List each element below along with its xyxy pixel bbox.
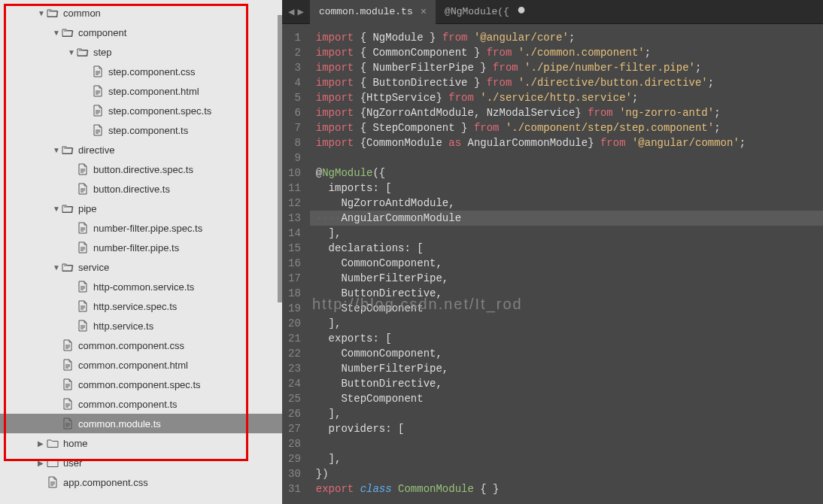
line-number: 5 <box>288 90 301 105</box>
code-line[interactable]: import { StepComponent } from './compone… <box>310 120 823 135</box>
code-line[interactable] <box>310 150 823 165</box>
tab-close-icon[interactable]: × <box>421 6 427 18</box>
tree-file-common.component.css[interactable]: common.component.css <box>0 335 282 355</box>
tree-file-number-filter.pipe.ts[interactable]: number-filter.pipe.ts <box>0 238 282 257</box>
tree-folder-directive[interactable]: ▼directive <box>0 140 282 159</box>
file-icon <box>62 417 74 430</box>
tab-dirty-indicator-icon[interactable]: ● <box>517 8 526 14</box>
editor-tab[interactable]: @NgModule({● <box>436 0 535 23</box>
chevron-down-icon[interactable]: ▼ <box>53 205 60 213</box>
tree-folder-component[interactable]: ▼component <box>0 23 282 42</box>
tree-file-step.component.css[interactable]: step.component.css <box>0 62 282 81</box>
tree-file-http.service.ts[interactable]: http.service.ts <box>0 316 282 335</box>
code-line[interactable]: declarations: [ <box>310 241 823 256</box>
chevron-down-icon[interactable]: ▼ <box>68 48 75 56</box>
tree-item-label: http.service.ts <box>93 320 153 332</box>
tree-file-step.component.ts[interactable]: step.component.ts <box>0 120 282 140</box>
line-number: 29 <box>288 451 301 466</box>
code-content[interactable]: import { NgModule } from '@angular/core'… <box>310 24 823 504</box>
tree-item-label: common.module.ts <box>78 418 161 430</box>
code-line[interactable]: import { NgModule } from '@angular/core'… <box>310 30 823 45</box>
tree-folder-step[interactable]: ▼step <box>0 42 282 62</box>
line-number: 17 <box>288 271 301 286</box>
chevron-right-icon[interactable]: ▶ <box>38 439 45 448</box>
code-line[interactable]: import { CommonComponent } from './commo… <box>310 45 823 60</box>
code-line[interactable]: ], <box>310 406 823 421</box>
tree-item-label: step.component.html <box>108 86 199 97</box>
folder-icon <box>77 47 89 57</box>
code-line[interactable]: CommonComponent, <box>310 256 823 271</box>
code-line[interactable]: NgZorroAntdModule, <box>310 196 823 211</box>
tree-item-label: component <box>78 27 126 38</box>
code-line[interactable]: @NgModule({ <box>310 165 823 181</box>
tree-file-number-filter.pipe.spec.ts[interactable]: number-filter.pipe.spec.ts <box>0 218 282 238</box>
code-line[interactable] <box>310 436 823 451</box>
tree-folder-home[interactable]: ▶home <box>0 433 282 453</box>
line-number: 27 <box>288 421 301 436</box>
folder-icon <box>47 457 59 468</box>
tree-file-http.service.spec.ts[interactable]: http.service.spec.ts <box>0 296 282 316</box>
code-line[interactable]: NumberFilterPipe, <box>310 361 823 376</box>
line-number: 4 <box>288 75 301 90</box>
tree-file-step.component.spec.ts[interactable]: step.component.spec.ts <box>0 101 282 120</box>
chevron-right-icon[interactable]: ▶ <box>38 459 45 467</box>
tree-item-label: home <box>63 438 88 449</box>
tree-folder-common[interactable]: ▼common <box>0 3 282 23</box>
nav-forward-icon[interactable]: ▶ <box>297 5 303 18</box>
code-line[interactable]: providers: [ <box>310 421 823 436</box>
code-line[interactable]: StepComponent <box>310 301 823 316</box>
tree-file-app.component.css[interactable]: app.component.css <box>0 472 282 492</box>
code-line[interactable]: import {NgZorroAntdModule, NzModalServic… <box>310 105 823 120</box>
tree-folder-user[interactable]: ▶user <box>0 453 282 472</box>
tree-item-label: common.component.ts <box>78 399 178 410</box>
code-line[interactable]: }) <box>310 466 823 481</box>
nav-back-icon[interactable]: ◀ <box>288 5 294 18</box>
tree-file-http-common.service.ts[interactable]: http-common.service.ts <box>0 277 282 296</box>
code-line[interactable]: ], <box>310 451 823 466</box>
file-icon <box>62 359 74 371</box>
code-line[interactable]: import {CommonModule as AngularCommonMod… <box>310 135 823 150</box>
code-line[interactable]: CommonComponent, <box>310 346 823 361</box>
tab-nav-arrows: ◀ ▶ <box>282 5 310 18</box>
tree-item-label: step.component.spec.ts <box>108 105 211 117</box>
line-number: 14 <box>288 226 301 241</box>
code-line[interactable]: NumberFilterPipe, <box>310 271 823 286</box>
tree-item-label: common <box>63 8 101 19</box>
code-line[interactable]: import {HttpService} from './service/htt… <box>310 90 823 105</box>
tree-folder-service[interactable]: ▼service <box>0 257 282 277</box>
tab-label: @NgModule({ <box>445 6 509 17</box>
file-icon <box>77 222 89 234</box>
tree-file-button.directive.spec.ts[interactable]: button.directive.spec.ts <box>0 159 282 179</box>
code-line[interactable]: ], <box>310 316 823 331</box>
line-number: 11 <box>288 181 301 196</box>
file-icon <box>77 163 89 175</box>
chevron-down-icon[interactable]: ▼ <box>53 146 60 154</box>
tree-item-label: pipe <box>78 203 97 214</box>
line-number: 3 <box>288 60 301 75</box>
editor-tab[interactable]: common.module.ts× <box>310 0 436 23</box>
tree-folder-pipe[interactable]: ▼pipe <box>0 199 282 218</box>
code-line[interactable]: ButtonDirective, <box>310 286 823 301</box>
code-line[interactable]: exports: [ <box>310 331 823 346</box>
code-line[interactable]: StepComponent <box>310 391 823 406</box>
code-line[interactable]: import { NumberFilterPipe } from './pipe… <box>310 60 823 75</box>
tree-item-label: http.service.spec.ts <box>93 301 177 312</box>
tree-file-common.component.html[interactable]: common.component.html <box>0 355 282 375</box>
tree-file-common.component.ts[interactable]: common.component.ts <box>0 394 282 414</box>
chevron-down-icon[interactable]: ▼ <box>53 29 60 37</box>
chevron-down-icon[interactable]: ▼ <box>38 9 45 17</box>
tree-file-step.component.html[interactable]: step.component.html <box>0 81 282 101</box>
code-line[interactable]: ····AngularCommonModule <box>310 211 823 226</box>
code-line[interactable]: export class CommonModule { } <box>310 481 823 496</box>
tree-file-common.component.spec.ts[interactable]: common.component.spec.ts <box>0 375 282 394</box>
code-editor[interactable]: 1234567891011121314151617181920212223242… <box>282 24 823 504</box>
file-icon <box>92 85 104 97</box>
code-line[interactable]: imports: [ <box>310 181 823 196</box>
tree-file-common.module.ts[interactable]: common.module.ts <box>0 414 282 433</box>
code-line[interactable]: import { ButtonDirective } from './direc… <box>310 75 823 90</box>
tree-file-button.directive.ts[interactable]: button.directive.ts <box>0 179 282 199</box>
chevron-down-icon[interactable]: ▼ <box>53 263 60 272</box>
code-line[interactable]: ButtonDirective, <box>310 376 823 391</box>
file-icon <box>92 65 104 77</box>
code-line[interactable]: ], <box>310 226 823 241</box>
